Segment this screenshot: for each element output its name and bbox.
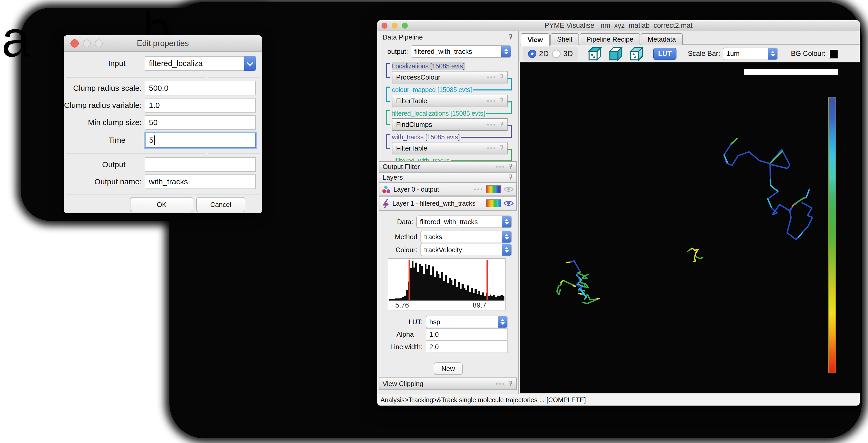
time-value: 5: [149, 136, 154, 145]
pipeline-tree: Localizations [15085 evts]ProcessColour•…: [379, 60, 517, 164]
tab-pipeline-recipe[interactable]: Pipeline Recipe: [580, 33, 640, 45]
output-filter-label: Output Filter: [382, 163, 420, 171]
tab-metadata[interactable]: Metadata: [641, 33, 682, 45]
histogram-max-handle[interactable]: [487, 260, 488, 300]
min-clump-size-field[interactable]: 50: [145, 115, 256, 130]
histogram-bar: [458, 282, 460, 299]
layer-1-row[interactable]: Layer 1 - filtered_with_tracks: [379, 196, 517, 211]
more-options-icon[interactable]: •••: [487, 73, 497, 81]
histogram-bar: [441, 272, 443, 299]
cube-top-filled-icon[interactable]: [587, 46, 602, 62]
window-titlebar[interactable]: PYME Visualise - nm_xyz_matlab_correct2.…: [377, 20, 860, 31]
tab-view[interactable]: View: [521, 33, 550, 46]
view-clipping-header[interactable]: View Clipping •••: [379, 378, 517, 390]
pipeline-bracket: [386, 110, 390, 125]
cube-solid-icon[interactable]: [608, 46, 623, 62]
data-pipeline-header[interactable]: Data Pipeline: [379, 32, 517, 42]
more-options-icon[interactable]: •••: [487, 145, 497, 152]
stepper-icon[interactable]: [502, 244, 512, 256]
clump-radius-variable-label: Clump radius variable:: [64, 101, 142, 110]
colour-dropdown[interactable]: trackVelocity: [421, 244, 512, 256]
visibility-eye-icon[interactable]: [503, 186, 514, 193]
alpha-input[interactable]: 1.0: [426, 328, 507, 341]
more-options-icon[interactable]: •••: [496, 163, 505, 170]
histogram-bar: [443, 281, 445, 299]
histogram-min-handle[interactable]: [408, 260, 410, 300]
more-options-icon[interactable]: •••: [487, 97, 497, 105]
line-width-input[interactable]: 2.0: [426, 341, 507, 353]
pipeline-node-label[interactable]: with_tracks [15085 evts]: [392, 133, 507, 141]
input-dropdown[interactable]: filtered_localiza: [145, 56, 256, 71]
method-dropdown[interactable]: tracks: [421, 231, 512, 243]
bg-colour-swatch[interactable]: [829, 50, 838, 58]
stepper-icon[interactable]: [768, 48, 778, 60]
more-options-icon[interactable]: •••: [496, 380, 505, 387]
stepper-icon[interactable]: [502, 215, 512, 228]
pin-icon[interactable]: [508, 381, 513, 387]
histogram-bar: [453, 285, 454, 299]
pipeline-node-label[interactable]: Localizations [15085 evts]: [392, 62, 507, 70]
pin-icon[interactable]: [499, 74, 504, 80]
track-polyline: [731, 139, 737, 144]
output-filter-header[interactable]: Output Filter •••: [379, 161, 517, 172]
dialog-titlebar[interactable]: Edit properties: [64, 35, 262, 52]
histogram-bar: [434, 277, 436, 299]
pipeline-node-text: filtered_localizations [15085 evts]: [392, 110, 485, 117]
track-polyline: [806, 190, 809, 198]
layer-0-row[interactable]: Layer 0 - output •••: [379, 182, 517, 196]
more-options-icon[interactable]: •••: [474, 186, 484, 193]
pin-icon[interactable]: [499, 98, 504, 104]
chevron-down-icon[interactable]: [244, 56, 256, 71]
track-polyline: [787, 203, 812, 240]
new-layer-button[interactable]: New: [433, 362, 463, 375]
histogram-bar: [497, 296, 499, 299]
pipeline-node-label[interactable]: colour_mapped [15085 evts]: [392, 86, 507, 94]
time-field[interactable]: 5: [145, 132, 256, 148]
clump-radius-scale-field[interactable]: 500.0: [145, 81, 256, 95]
pipeline-node-text: colour_mapped [15085 evts]: [392, 86, 472, 94]
clump-radius-variable-field[interactable]: 1.0: [145, 98, 256, 113]
colormap-swatch[interactable]: [486, 185, 501, 193]
stepper-icon[interactable]: [498, 316, 507, 328]
output-name-field[interactable]: with_tracks: [145, 174, 256, 189]
pin-icon[interactable]: [499, 145, 504, 151]
pipeline-node-label[interactable]: filtered_localizations [15085 evts]: [392, 109, 507, 118]
clump-radius-variable-row: Clump radius variable: 1.0: [64, 98, 256, 113]
radio-3d[interactable]: [552, 50, 561, 58]
pipeline-module-FilterTable[interactable]: FilterTable•••: [392, 142, 507, 154]
more-options-icon[interactable]: •••: [487, 121, 497, 128]
histogram-bar: [425, 264, 427, 299]
visibility-eye-icon[interactable]: [503, 200, 514, 207]
output-field[interactable]: [145, 157, 256, 172]
cube-wireframe-icon[interactable]: [628, 46, 644, 62]
stepper-icon[interactable]: [501, 45, 511, 58]
colour-value: trackVelocity: [424, 246, 462, 254]
pin-icon[interactable]: [508, 164, 513, 170]
view-canvas[interactable]: [520, 62, 860, 393]
histogram-bar: [451, 280, 453, 299]
pipeline-output-dropdown[interactable]: filtered_with_tracks: [411, 45, 511, 58]
stepper-icon[interactable]: [502, 231, 512, 243]
data-value: filtered_with_tracks: [420, 218, 478, 226]
lut-row: LUT: hsp: [379, 316, 507, 328]
lut-button[interactable]: LUT: [653, 48, 676, 60]
ok-button[interactable]: OK: [130, 197, 193, 212]
pin-icon[interactable]: [508, 34, 513, 40]
scale-bar-dropdown[interactable]: 1um: [723, 48, 778, 60]
window-title: PYME Visualise - nm_xyz_matlab_correct2.…: [377, 22, 860, 30]
pin-icon[interactable]: [499, 121, 504, 128]
lut-dropdown[interactable]: hsp: [426, 316, 507, 328]
pin-icon[interactable]: [508, 174, 513, 180]
tab-shell[interactable]: Shell: [551, 33, 579, 45]
dialog-title: Edit properties: [64, 39, 262, 48]
cancel-button[interactable]: Cancel: [196, 197, 245, 212]
layers-header[interactable]: Layers: [379, 172, 517, 182]
pipeline-module-FilterTable[interactable]: FilterTable•••: [392, 95, 507, 107]
input-value: filtered_localiza: [149, 59, 203, 68]
data-dropdown[interactable]: filtered_with_tracks: [416, 215, 512, 228]
radio-2d[interactable]: [528, 50, 536, 58]
pipeline-module-FindClumps[interactable]: FindClumps•••: [392, 118, 507, 131]
colormap-swatch[interactable]: [486, 199, 501, 207]
pipeline-module-ProcessColour[interactable]: ProcessColour•••: [392, 71, 507, 84]
histogram-widget[interactable]: 5.76 89.7: [388, 258, 506, 311]
